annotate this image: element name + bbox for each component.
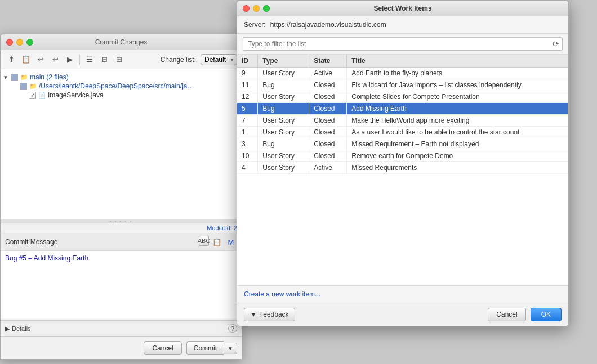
toolbar-icon-8[interactable]: ⊞	[113, 53, 125, 66]
commit-button[interactable]: Commit	[186, 341, 224, 355]
commit-window-titlebar: Commit Changes	[1, 34, 242, 50]
cell-state: Active	[309, 68, 347, 79]
tree-checkbox-path[interactable]	[20, 83, 27, 90]
help-icon[interactable]: ?	[228, 324, 237, 333]
table-row[interactable]: 5BugClosedAdd Missing Earth	[237, 103, 568, 115]
cell-type: Bug	[258, 79, 309, 91]
col-header-title: Title	[347, 55, 568, 68]
toolbar-icon-5[interactable]: ▶	[64, 53, 76, 66]
server-url: https://raisajavademo.visualstudio.com	[270, 21, 386, 29]
cell-id: 4	[237, 162, 258, 174]
tree-checkbox-file[interactable]	[29, 92, 36, 99]
commit-bottom-buttons: Cancel Commit ▼	[1, 336, 242, 359]
changelist-label: Change list:	[161, 56, 196, 64]
tree-text-main: main (2 files)	[30, 73, 69, 81]
dialog-maximize-button[interactable]	[263, 5, 270, 12]
commit-tree-area: ▼ 📁 main (2 files) 📁 /Users/leantk/DeepS…	[1, 69, 242, 219]
cancel-commit-button[interactable]: Cancel	[144, 341, 181, 355]
minimize-button[interactable]	[16, 39, 23, 46]
modified-bar: Modified: 2	[1, 222, 242, 233]
toolbar-icon-3[interactable]: ↩	[34, 53, 47, 66]
vcs-icon[interactable]: M	[225, 236, 237, 248]
cell-title: Add Missing Earth	[347, 103, 568, 115]
dialog-window-buttons	[243, 5, 270, 12]
tree-item-file[interactable]: 📄 ImageService.java	[3, 91, 239, 100]
commit-message-header: Commit Message ABC 📋 M	[1, 233, 242, 251]
table-row[interactable]: 3BugClosedMissed Requirement – Earth not…	[237, 138, 568, 150]
search-icon[interactable]: ⟳	[553, 39, 559, 48]
tree-item-path[interactable]: 📁 /Users/leantk/DeepSpace/DeepSpace/src/…	[3, 82, 239, 91]
tree-checkbox-main[interactable]	[11, 74, 18, 81]
commit-message-textarea[interactable]	[1, 251, 242, 318]
cell-id: 3	[237, 138, 258, 150]
ok-button[interactable]: OK	[531, 308, 562, 321]
cell-type: User Story	[258, 127, 309, 138]
dialog-bottom-bar: ▼ Feedback Cancel OK	[237, 303, 568, 326]
table-row[interactable]: 7User StoryClosedMake the HelloWorld app…	[237, 115, 568, 127]
cell-type: User Story	[258, 150, 309, 162]
cell-title: Add Earth to the fly-by planets	[347, 68, 568, 79]
details-label: Details	[12, 325, 31, 332]
toolbar-icon-7[interactable]: ⊟	[98, 53, 110, 66]
dialog-search-bar: ⟳	[237, 34, 568, 54]
cell-state: Closed	[309, 115, 347, 127]
cell-id: 1	[237, 127, 258, 138]
folder-icon-path: 📁	[29, 83, 37, 90]
cell-id: 10	[237, 150, 258, 162]
copy-icon[interactable]: 📋	[211, 236, 223, 248]
toolbar-icon-1[interactable]: ⬆	[5, 53, 17, 66]
close-button[interactable]	[6, 39, 13, 46]
commit-window-title: Commit Changes	[95, 38, 148, 46]
tree-item-main[interactable]: ▼ 📁 main (2 files)	[3, 73, 239, 82]
table-row[interactable]: 1User StoryClosedAs a user I would like …	[237, 127, 568, 138]
feedback-button[interactable]: ▼ Feedback	[244, 308, 295, 321]
toolbar-icon-4[interactable]: ↩	[49, 53, 61, 66]
search-input[interactable]	[243, 37, 563, 51]
spell-check-icon[interactable]: ABC	[199, 236, 209, 246]
toolbar-icon-2[interactable]: 📋	[20, 53, 32, 66]
cell-id: 5	[237, 103, 258, 115]
table-row[interactable]: 12User StoryClosedComplete Slides for Co…	[237, 91, 568, 103]
dialog-minimize-button[interactable]	[253, 5, 260, 12]
commit-message-icons: ABC 📋 M	[199, 236, 237, 248]
feedback-label: Feedback	[259, 311, 289, 318]
toolbar-icon-6[interactable]: ☰	[83, 53, 96, 66]
select-work-items-dialog: Select Work Items Server: https://raisaj…	[237, 0, 569, 326]
tree-text-path: /Users/leantk/DeepSpace/DeepSpace/src/ma…	[39, 82, 194, 90]
col-header-type: Type	[258, 55, 309, 68]
commit-toolbar: ⬆ 📋 ↩ ↩ ▶ ☰ ⊟ ⊞ Change list: Default	[1, 50, 242, 69]
table-row[interactable]: 4User StoryActiveMissed Requirements	[237, 162, 568, 174]
file-icon: 📄	[38, 92, 46, 99]
details-arrow-icon: ▶	[5, 325, 10, 332]
cell-title: As a user I would like to be able to con…	[347, 127, 568, 138]
commit-dropdown-arrow[interactable]: ▼	[224, 343, 237, 354]
cell-type: User Story	[258, 68, 309, 79]
col-header-state: State	[309, 55, 347, 68]
cell-title: Remove earth for Compete Demo	[347, 150, 568, 162]
cell-id: 12	[237, 91, 258, 103]
cell-state: Closed	[309, 91, 347, 103]
commit-button-group: Commit ▼	[186, 341, 237, 355]
changelist-select[interactable]: Default	[201, 54, 237, 65]
commit-window-buttons	[6, 39, 33, 46]
cell-type: User Story	[258, 115, 309, 127]
cell-id: 9	[237, 68, 258, 79]
cell-state: Closed	[309, 138, 347, 150]
feedback-arrow-icon: ▼	[250, 311, 257, 318]
cancel-dialog-button[interactable]: Cancel	[488, 308, 525, 321]
dialog-server-bar: Server: https://raisajavademo.visualstud…	[237, 16, 568, 34]
work-items-tbody: 9User StoryActiveAdd Earth to the fly-by…	[237, 68, 568, 174]
col-header-id: ID	[237, 55, 258, 68]
commit-message-section: Commit Message ABC 📋 M	[1, 233, 242, 320]
create-work-item-link[interactable]: Create a new work item...	[244, 290, 320, 298]
table-row[interactable]: 11BugClosedFix wildcard for Java imports…	[237, 79, 568, 91]
toolbar-separator	[79, 55, 80, 65]
dialog-close-button[interactable]	[243, 5, 250, 12]
maximize-button[interactable]	[26, 39, 33, 46]
cell-type: User Story	[258, 91, 309, 103]
dialog-create-link: Create a new work item...	[237, 286, 568, 303]
table-row[interactable]: 10User StoryClosedRemove earth for Compe…	[237, 150, 568, 162]
table-row[interactable]: 9User StoryActiveAdd Earth to the fly-by…	[237, 68, 568, 79]
folder-icon-main: 📁	[20, 74, 28, 81]
details-toggle[interactable]: ▶ Details	[5, 325, 31, 332]
